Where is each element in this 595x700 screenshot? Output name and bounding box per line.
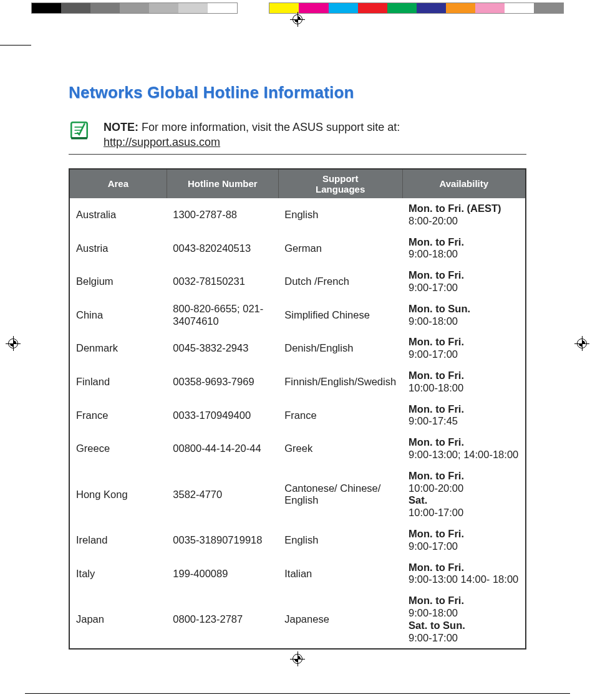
cell-availability: Mon. to Fri.10:00-20:00Sat.10:00-17:00 bbox=[402, 466, 526, 524]
cell-langs: German bbox=[278, 232, 402, 266]
availability-days: Sat. bbox=[409, 494, 519, 507]
cell-availability: Mon. to Fri.9:00-17:00 bbox=[402, 524, 526, 557]
availability-days: Mon. to Fri. bbox=[409, 269, 519, 282]
cell-langs: Dutch /French bbox=[278, 265, 402, 299]
cell-availability: Mon. to Fri.9:00-18:00 bbox=[402, 232, 526, 266]
availability-days: Mon. to Fri. (AEST) bbox=[409, 203, 519, 215]
cell-area: Hong Kong bbox=[69, 466, 167, 524]
availability-hours: 10:00-20:00 bbox=[409, 482, 519, 495]
cell-area: China bbox=[69, 299, 167, 332]
cell-hotline: 00800-44-14-20-44 bbox=[167, 432, 278, 466]
note-block: NOTE: For more information, visit the AS… bbox=[69, 120, 526, 155]
cell-hotline: 00358-9693-7969 bbox=[167, 365, 278, 399]
availability-hours: 10:00-17:00 bbox=[409, 507, 519, 519]
availability-hours: 10:00-18:00 bbox=[409, 382, 519, 395]
cell-availability: Mon. to Fri.9:00-17:00 bbox=[402, 332, 526, 365]
cell-hotline: 800-820-6655; 021-34074610 bbox=[167, 299, 278, 332]
cell-langs: Greek bbox=[278, 432, 402, 466]
availability-days: Mon. to Fri. bbox=[409, 470, 519, 482]
table-row: Greece00800-44-14-20-44GreekMon. to Fri.… bbox=[69, 432, 526, 466]
table-row: Belgium0032-78150231Dutch /FrenchMon. to… bbox=[69, 265, 526, 299]
note-icon bbox=[69, 120, 90, 141]
availability-hours: 9:00-17:00 bbox=[409, 282, 519, 294]
table-row: China800-820-6655; 021-34074610Simplifie… bbox=[69, 299, 526, 332]
cell-hotline: 199-400089 bbox=[167, 557, 278, 591]
table-row: Hong Kong3582-4770Cantonese/ Chinese/ En… bbox=[69, 466, 526, 524]
cell-langs: Japanese bbox=[278, 590, 402, 649]
note-label: NOTE: bbox=[104, 121, 138, 133]
availability-hours: 9:00-17:00 bbox=[409, 632, 519, 645]
cell-area: Italy bbox=[69, 557, 167, 591]
table-row: Ireland0035-31890719918EnglishMon. to Fr… bbox=[69, 524, 526, 557]
cell-hotline: 1300-2787-88 bbox=[167, 198, 278, 232]
availability-hours: 9:00-18:00 bbox=[409, 315, 519, 328]
cell-hotline: 0045-3832-2943 bbox=[167, 332, 278, 365]
table-row: Japan0800-123-2787JapaneseMon. to Fri.9:… bbox=[69, 590, 526, 649]
registration-mark-top bbox=[0, 12, 595, 29]
cell-langs: Simplified Chinese bbox=[278, 299, 402, 332]
cell-hotline: 0032-78150231 bbox=[167, 265, 278, 299]
availability-days: Mon. to Fri. bbox=[409, 436, 519, 449]
availability-hours: 8:00-20:00 bbox=[409, 215, 519, 228]
cell-hotline: 0035-31890719918 bbox=[167, 524, 278, 557]
cell-langs: English bbox=[278, 198, 402, 232]
cell-availability: Mon. to Fri.10:00-18:00 bbox=[402, 365, 526, 399]
note-text: NOTE: For more information, visit the AS… bbox=[104, 120, 400, 150]
cell-langs: English bbox=[278, 524, 402, 557]
cell-area: Japan bbox=[69, 590, 167, 649]
cell-hotline: 0043-820240513 bbox=[167, 232, 278, 266]
note-link[interactable]: http://support.asus.com bbox=[104, 136, 220, 148]
availability-days: Mon. to Fri. bbox=[409, 236, 519, 249]
cell-hotline: 3582-4770 bbox=[167, 466, 278, 524]
availability-hours: 9:00-18:00 bbox=[409, 248, 519, 261]
cell-availability: Mon. to Fri.9:00-18:00Sat. to Sun.9:00-1… bbox=[402, 590, 526, 649]
availability-days: Mon. to Fri. bbox=[409, 336, 519, 348]
hotline-table: Area Hotline Number SupportLanguages Ava… bbox=[69, 168, 526, 650]
col-hotline: Hotline Number bbox=[167, 169, 278, 199]
col-availability: Availability bbox=[402, 169, 526, 199]
col-langs: SupportLanguages bbox=[278, 169, 402, 199]
cell-area: Ireland bbox=[69, 524, 167, 557]
cell-availability: Mon. to Sun.9:00-18:00 bbox=[402, 299, 526, 332]
cell-area: Finland bbox=[69, 365, 167, 399]
availability-hours: 9:00-17:45 bbox=[409, 415, 519, 428]
availability-hours: 9:00-17:00 bbox=[409, 348, 519, 361]
cell-area: France bbox=[69, 399, 167, 433]
availability-days: Mon. to Fri. bbox=[409, 403, 519, 416]
table-row: Australia1300-2787-88EnglishMon. to Fri.… bbox=[69, 198, 526, 232]
availability-hours: 9:00-13:00 14:00- 18:00 bbox=[409, 573, 519, 586]
table-row: Denmark0045-3832-2943Denish/EnglishMon. … bbox=[69, 332, 526, 365]
cell-langs: Cantonese/ Chinese/ English bbox=[278, 466, 402, 524]
cell-langs: Finnish/English/Swedish bbox=[278, 365, 402, 399]
availability-hours: 9:00-13:00; 14:00-18:00 bbox=[409, 449, 519, 461]
availability-hours: 9:00-18:00 bbox=[409, 607, 519, 620]
print-footer: EEU8555_RT-AC56U_QSG_v2.indd 229 8/21/13… bbox=[25, 693, 570, 700]
table-row: Finland00358-9693-7969Finnish/English/Sw… bbox=[69, 365, 526, 399]
availability-days: Mon. to Fri. bbox=[409, 370, 519, 382]
table-row: Italy199-400089ItalianMon. to Fri.9:00-1… bbox=[69, 557, 526, 591]
col-area: Area bbox=[69, 169, 167, 199]
cell-area: Belgium bbox=[69, 265, 167, 299]
cell-hotline: 0800-123-2787 bbox=[167, 590, 278, 649]
cell-langs: France bbox=[278, 399, 402, 433]
cell-availability: Mon. to Fri.9:00-13:00; 14:00-18:00 bbox=[402, 432, 526, 466]
availability-days: Sat. to Sun. bbox=[409, 620, 519, 632]
availability-days: Mon. to Sun. bbox=[409, 303, 519, 315]
availability-days: Mon. to Fri. bbox=[409, 562, 519, 574]
note-body: For more information, visit the ASUS sup… bbox=[142, 121, 400, 133]
cell-langs: Italian bbox=[278, 557, 402, 591]
table-row: France0033-170949400FranceMon. to Fri.9:… bbox=[69, 399, 526, 433]
table-row: Austria0043-820240513GermanMon. to Fri.9… bbox=[69, 232, 526, 266]
cell-hotline: 0033-170949400 bbox=[167, 399, 278, 433]
availability-hours: 9:00-17:00 bbox=[409, 540, 519, 553]
page-title: Networks Global Hotline Information bbox=[69, 83, 526, 102]
cell-area: Greece bbox=[69, 432, 167, 466]
cell-availability: Mon. to Fri. (AEST)8:00-20:00 bbox=[402, 198, 526, 232]
availability-days: Mon. to Fri. bbox=[409, 528, 519, 540]
cell-availability: Mon. to Fri.9:00-17:45 bbox=[402, 399, 526, 433]
cell-area: Australia bbox=[69, 198, 167, 232]
cell-availability: Mon. to Fri.9:00-13:00 14:00- 18:00 bbox=[402, 557, 526, 591]
cell-availability: Mon. to Fri.9:00-17:00 bbox=[402, 265, 526, 299]
availability-days: Mon. to Fri. bbox=[409, 595, 519, 607]
cell-area: Denmark bbox=[69, 332, 167, 365]
